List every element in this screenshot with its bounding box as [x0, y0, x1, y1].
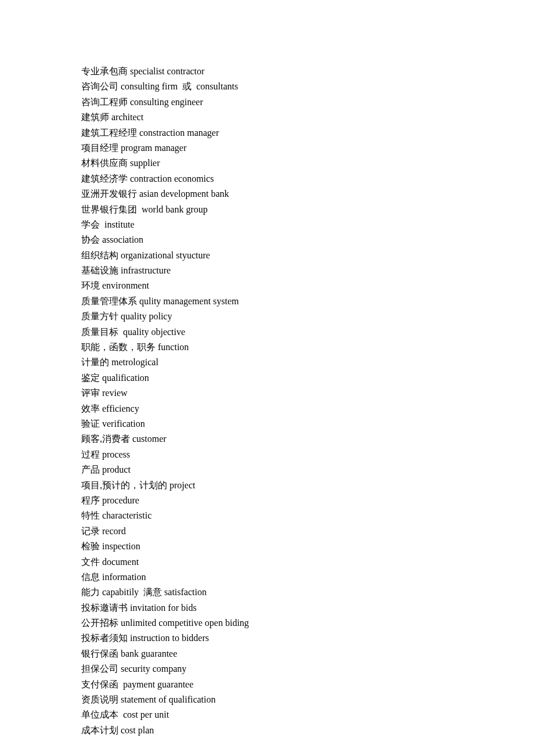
vocabulary-entry: 建筑师 architect	[81, 110, 453, 125]
vocabulary-entry: 银行保函 bank guarantee	[81, 646, 453, 661]
vocabulary-entry: 产品 product	[81, 462, 453, 477]
vocabulary-entry: 效率 efficiency	[81, 401, 453, 416]
vocabulary-entry: 协会 association	[81, 232, 453, 247]
vocabulary-entry: 公开招标 unlimited competitive open biding	[81, 615, 453, 631]
vocabulary-entry: 质量目标 quality objective	[81, 325, 453, 340]
vocabulary-entry: 评审 review	[81, 386, 453, 401]
vocabulary-entry: 投标者须知 instruction to bidders	[81, 631, 453, 646]
vocabulary-entry: 成本计划 cost plan	[81, 723, 453, 738]
vocabulary-entry: 项目经理 program manager	[81, 141, 453, 156]
vocabulary-entry: 支付保函 payment guarantee	[81, 677, 453, 692]
vocabulary-entry: 程序 procedure	[81, 493, 453, 508]
vocabulary-entry: 质量管理体系 qulity management system	[81, 294, 453, 309]
vocabulary-entry: 环境 environment	[81, 278, 453, 293]
vocabulary-entry: 计量的 metrological	[81, 355, 453, 370]
vocabulary-entry: 项目,预计的，计划的 project	[81, 478, 453, 493]
vocabulary-entry: 检验 inspection	[81, 539, 453, 554]
vocabulary-entry: 记录 record	[81, 524, 453, 539]
vocabulary-entry: 亚洲开发银行 asian development bank	[81, 186, 453, 201]
vocabulary-entry: 组织结构 organizational styucture	[81, 248, 453, 263]
vocabulary-entry: 建筑经济学 contraction economics	[81, 171, 453, 186]
vocabulary-entry: 能力 capabitily 满意 satisfaction	[81, 585, 453, 600]
vocabulary-entry: 鉴定 qualification	[81, 370, 453, 386]
vocabulary-entry: 文件 document	[81, 555, 453, 570]
vocabulary-entry: 咨询工程师 consulting engineer	[81, 95, 453, 110]
vocabulary-entry: 材料供应商 supplier	[81, 156, 453, 171]
vocabulary-entry: 担保公司 security company	[81, 661, 453, 676]
vocabulary-entry: 资质说明 statement of qualification	[81, 692, 453, 707]
vocabulary-entry: 单位成本 cost per unit	[81, 707, 453, 722]
vocabulary-entry: 特性 characteristic	[81, 508, 453, 523]
vocabulary-entry: 信息 information	[81, 570, 453, 585]
vocabulary-entry: 咨询公司 consulting firm 或 consultants	[81, 79, 453, 94]
vocabulary-entry: 专业承包商 specialist contractor	[81, 64, 453, 79]
vocabulary-entry: 建筑工程经理 constraction manager	[81, 125, 453, 141]
vocabulary-entry: 世界银行集团 world bank group	[81, 202, 453, 217]
vocabulary-entry: 基础设施 infrastructure	[81, 263, 453, 278]
vocabulary-entry: 过程 process	[81, 447, 453, 462]
vocabulary-entry: 投标邀请书 invitation for bids	[81, 600, 453, 615]
vocabulary-entry: 顾客,消费者 customer	[81, 431, 453, 447]
vocabulary-entry: 质量方针 quality policy	[81, 309, 453, 324]
vocabulary-entry: 职能，函数，职务 function	[81, 340, 453, 355]
vocabulary-entry: 学会 institute	[81, 217, 453, 232]
vocabulary-entry: 验证 verification	[81, 416, 453, 431]
vocabulary-list: 专业承包商 specialist contractor咨询公司 consulti…	[81, 64, 453, 738]
